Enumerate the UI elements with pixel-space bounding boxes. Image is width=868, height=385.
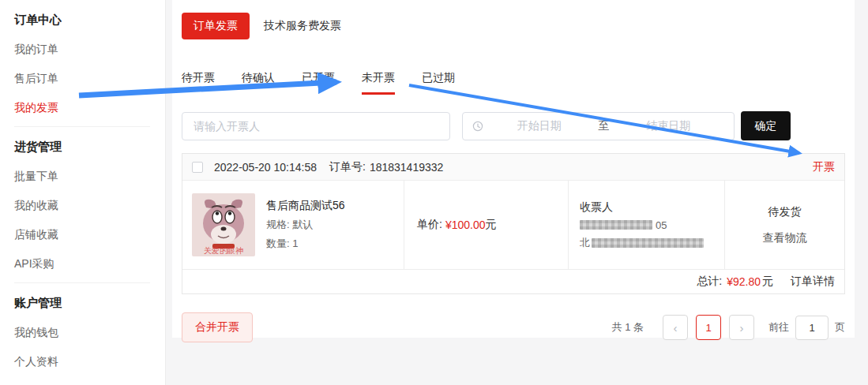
tab-order-invoice[interactable]: 订单发票	[182, 13, 250, 39]
sidebar-item-my-invoices[interactable]: 我的发票	[14, 101, 165, 115]
address-visible-prefix: 北	[580, 236, 590, 250]
view-logistics-link[interactable]: 查看物流	[763, 231, 807, 245]
end-date-placeholder[interactable]: 结束日期	[613, 119, 725, 133]
goto-page-label: 前往	[768, 320, 789, 335]
sidebar: 订单中心 我的订单 售后订单 我的发票 进货管理 批量下单 我的收藏 店铺收藏 …	[0, 0, 166, 385]
date-range-picker[interactable]: 开始日期 至 结束日期	[462, 112, 735, 140]
order-no-label: 订单号:	[329, 160, 366, 174]
sidebar-item-api-purchase[interactable]: API采购	[14, 257, 165, 271]
order-detail-link[interactable]: 订单详情	[791, 275, 835, 289]
sidebar-title-purchase-management: 进货管理	[14, 140, 165, 155]
product-quantity: 数量: 1	[266, 237, 345, 251]
order-no-value: 181831419332	[370, 161, 443, 174]
unit-price-amount: ¥100.00	[445, 219, 486, 231]
receiver-cell: 收票人 05 北	[568, 181, 724, 269]
sidebar-section-purchase-management: 进货管理 批量下单 我的收藏 店铺收藏 API采购	[0, 127, 165, 282]
current-page-button[interactable]: 1	[696, 315, 721, 340]
sidebar-item-my-orders[interactable]: 我的订单	[14, 43, 165, 57]
tab-tech-service-fee-invoice[interactable]: 技术服务费发票	[264, 19, 341, 33]
filter-row: 开始日期 至 结束日期 确定	[182, 111, 845, 140]
bottom-row: 合并开票 共 1 条 ‹ 1 › 前往 页	[182, 312, 845, 342]
sidebar-item-batch-order[interactable]: 批量下单	[14, 170, 165, 184]
product-name[interactable]: 售后商品测试56	[266, 199, 345, 213]
shipping-status: 待发货	[768, 205, 802, 219]
confirm-button[interactable]: 确定	[741, 111, 791, 140]
receiver-phone-masked: 05	[580, 219, 724, 231]
order-datetime: 2022-05-20 10:14:58	[214, 161, 317, 174]
invoice-status-tabs: 待开票 待确认 已开票 未开票 已过期	[182, 71, 845, 95]
unit-price-unit: 元	[486, 218, 497, 232]
product-spec: 规格: 默认	[266, 218, 345, 232]
prev-page-button[interactable]: ‹	[663, 315, 688, 340]
sidebar-title-account-management: 账户管理	[14, 296, 165, 311]
pagination: 共 1 条 ‹ 1 › 前往 页	[612, 315, 845, 340]
phone-visible-suffix: 05	[656, 219, 667, 231]
phone-blur-mask	[580, 220, 652, 230]
sidebar-section-account-management: 账户管理 我的钱包 个人资料 收件人管理	[0, 283, 165, 385]
sidebar-title-order-center: 订单中心	[14, 13, 165, 28]
order-card-header: 2022-05-20 10:14:58 订单号: 181831419332 开票	[182, 154, 844, 181]
invoice-panel: 订单发票 技术服务费发票 待开票 待确认 已开票 未开票 已过期 开始日期 至 …	[172, 0, 855, 338]
start-date-placeholder[interactable]: 开始日期	[483, 119, 596, 133]
product-image-caption: 关爱的眼神	[204, 246, 243, 255]
merge-invoice-button[interactable]: 合并开票	[182, 312, 253, 342]
order-card: 2022-05-20 10:14:58 订单号: 181831419332 开票	[182, 153, 845, 294]
total-label: 总计:	[697, 275, 722, 289]
sidebar-item-my-favorites[interactable]: 我的收藏	[14, 199, 165, 213]
chevron-left-icon: ‹	[674, 321, 678, 335]
pagination-total: 共 1 条	[612, 320, 644, 335]
sidebar-item-after-sales-orders[interactable]: 售后订单	[14, 72, 165, 86]
sidebar-item-my-wallet[interactable]: 我的钱包	[14, 326, 165, 340]
sidebar-section-order-center: 订单中心 我的订单 售后订单 我的发票	[0, 0, 165, 126]
tab-invoiced[interactable]: 已开票	[302, 71, 335, 95]
invoicer-search-input[interactable]	[182, 112, 450, 140]
invoice-type-tabs: 订单发票 技术服务费发票	[182, 0, 845, 39]
unit-price-label: 单价:	[417, 218, 442, 232]
status-cell: 待发货 查看物流	[724, 181, 844, 269]
clock-icon	[472, 121, 483, 132]
chevron-right-icon: ›	[740, 321, 744, 335]
receiver-address-masked: 北	[580, 236, 724, 250]
date-separator: 至	[596, 119, 613, 133]
goto-page-input[interactable]	[795, 316, 829, 340]
order-card-footer: 总计: ¥92.80 元 订单详情	[182, 269, 844, 293]
product-image[interactable]: 关爱的眼神	[192, 193, 255, 256]
product-info: 售后商品测试56 规格: 默认 数量: 1	[266, 199, 345, 251]
total-amount: ¥92.80	[727, 275, 761, 288]
invoice-action-link[interactable]: 开票	[813, 160, 835, 174]
tab-not-invoiced[interactable]: 未开票	[362, 71, 395, 95]
receiver-title: 收票人	[580, 200, 724, 215]
order-card-body: 关爱的眼神 售后商品测试56 规格: 默认 数量: 1 单价: ¥100.00 …	[182, 181, 844, 269]
tab-to-confirm[interactable]: 待确认	[242, 71, 275, 95]
next-page-button[interactable]: ›	[729, 315, 754, 340]
address-blur-mask	[592, 238, 704, 248]
sidebar-item-shop-favorites[interactable]: 店铺收藏	[14, 228, 165, 242]
order-select-checkbox[interactable]	[192, 162, 203, 173]
total-unit: 元	[762, 275, 773, 289]
goto-page-unit: 页	[835, 320, 845, 335]
unit-price-cell: 单价: ¥100.00 元	[404, 181, 568, 269]
tab-to-invoice[interactable]: 待开票	[182, 71, 215, 95]
product-cell: 关爱的眼神 售后商品测试56 规格: 默认 数量: 1	[182, 181, 404, 269]
sidebar-item-profile[interactable]: 个人资料	[14, 355, 165, 369]
tab-expired[interactable]: 已过期	[422, 71, 455, 95]
